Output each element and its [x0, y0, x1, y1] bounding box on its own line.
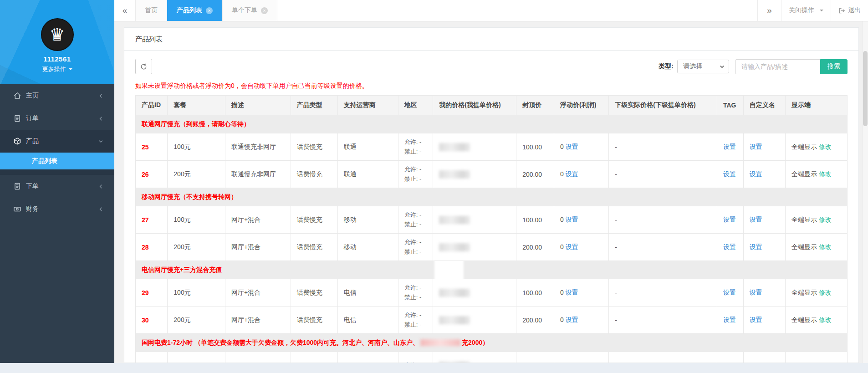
file-icon: [14, 183, 21, 190]
tab-product-list[interactable]: 产品列表 ×: [167, 0, 222, 21]
plan-cell: [168, 352, 225, 363]
tag-set-link[interactable]: 设置: [723, 316, 736, 323]
logout-icon: [838, 7, 845, 14]
search-button[interactable]: 搜索: [820, 59, 848, 74]
column-header: 产品类型: [291, 96, 337, 115]
product-id-cell: 26: [136, 161, 168, 188]
caret-down-icon: [69, 68, 72, 72]
tag-set-link[interactable]: 设置: [723, 243, 736, 250]
close-operations-dropdown[interactable]: 关闭操作: [781, 0, 831, 21]
sidebar-menu: 主页 订单 产品 产品列表 下单: [0, 84, 114, 220]
display-side-cell: 全端显示修改: [785, 161, 847, 188]
logout-label: 退出: [848, 6, 861, 15]
group-row: 移动网厅慢充（不支持携号转网）: [136, 188, 848, 206]
display-edit-link[interactable]: 修改: [819, 170, 832, 178]
float-price-cell: 0 设置: [554, 234, 608, 261]
scrollbar-thumb[interactable]: [863, 51, 868, 126]
column-header: 自定义名: [743, 96, 785, 115]
float-set-link[interactable]: 设置: [566, 216, 578, 223]
close-tab-icon[interactable]: ×: [206, 7, 213, 14]
search-input[interactable]: [735, 59, 820, 74]
region-deny: 禁止: -: [404, 293, 427, 302]
redacted-price: [439, 243, 470, 251]
refresh-button[interactable]: [135, 59, 152, 74]
tag-cell: 设置: [717, 279, 743, 307]
product-id-cell: [136, 352, 168, 363]
carrier-cell: 移动: [337, 234, 398, 261]
tag-cell: 设置: [717, 161, 743, 188]
tab-single-order[interactable]: 单个下单 ×: [222, 0, 277, 21]
custom-name-set-link[interactable]: 设置: [750, 289, 762, 296]
chevron-left-icon: [98, 184, 103, 189]
float-set-link[interactable]: 设置: [566, 170, 578, 178]
tag-set-link[interactable]: 设置: [723, 143, 736, 150]
group-title-cell: 电信网厅慢充+三方混合充值: [136, 261, 848, 279]
float-price-cell: 0 设置: [554, 206, 608, 234]
product-id-cell: 25: [136, 133, 168, 161]
cap-price-cell: 100.00: [516, 206, 554, 234]
display-edit-link[interactable]: 修改: [819, 216, 832, 223]
tab-home[interactable]: 首页: [135, 0, 167, 21]
close-tab-icon[interactable]: ×: [261, 7, 268, 14]
tag-cell: 设置: [717, 206, 743, 234]
redacted-price: [439, 170, 470, 179]
tab-label: 单个下单: [232, 6, 257, 15]
display-edit-link[interactable]: 修改: [819, 243, 832, 250]
display-edit-link[interactable]: 修改: [819, 143, 832, 150]
custom-name-set-link[interactable]: 设置: [750, 316, 762, 323]
sidebar-item-product-list[interactable]: 产品列表: [0, 153, 114, 169]
scroll-tabs-right-button[interactable]: »: [757, 0, 781, 21]
custom-name-set-link[interactable]: 设置: [750, 143, 762, 150]
sidebar-item-label: 下单: [26, 182, 39, 190]
sidebar-item-home[interactable]: 主页: [0, 84, 114, 107]
user-id: 1112561: [0, 55, 114, 63]
display-edit-link[interactable]: 修改: [819, 289, 832, 296]
chevron-left-icon: [98, 93, 103, 98]
float-set-link[interactable]: 设置: [566, 289, 578, 296]
table-row: 29100元网厅+混合话费慢充电信允许: -禁止: -100.000 设置-设置…: [136, 279, 848, 307]
region-allow: 允许: -: [404, 165, 427, 174]
float-set-link[interactable]: 设置: [566, 316, 578, 323]
tag-cell: 设置: [717, 133, 743, 161]
plan-cell: 100元: [168, 279, 225, 307]
my-price-cell: [433, 161, 516, 188]
tag-set-link[interactable]: 设置: [723, 289, 736, 296]
float-set-link[interactable]: 设置: [566, 243, 578, 250]
custom-name-set-link[interactable]: 设置: [750, 170, 762, 178]
tag-set-link[interactable]: 设置: [723, 216, 736, 223]
group-row: 电信网厅慢充+三方混合充值: [136, 261, 848, 279]
type-select[interactable]: 请选择: [677, 60, 729, 73]
sidebar-item-products[interactable]: 产品: [0, 130, 114, 153]
custom-name-cell: 设置: [743, 133, 785, 161]
custom-name-cell: 设置: [743, 279, 785, 307]
redacted-price: [439, 143, 470, 151]
product-id-cell: 27: [136, 206, 168, 234]
cap-price-cell: 200.00: [516, 307, 554, 334]
display-side-value: 全端显示: [791, 216, 817, 223]
column-header: 封顶价: [516, 96, 554, 115]
tab-label: 首页: [145, 6, 158, 15]
sidebar-item-finance[interactable]: 财务: [0, 198, 114, 220]
my-price-cell: [433, 133, 516, 161]
product-id-cell: 29: [136, 279, 168, 307]
region-deny: 禁止: -: [404, 247, 427, 256]
description-cell: [225, 352, 291, 363]
plan-cell: 200元: [168, 161, 225, 188]
tag-set-link[interactable]: 设置: [723, 170, 736, 178]
group-title-cell: 移动网厅慢充（不支持携号转网）: [136, 188, 848, 206]
scroll-tabs-left-button[interactable]: «: [114, 0, 135, 21]
logout-button[interactable]: 退出: [831, 0, 868, 21]
display-edit-link[interactable]: 修改: [819, 316, 832, 323]
table-row: 25100元联通慢充非网厅话费慢充联通允许: -禁止: -100.000 设置-…: [136, 133, 848, 161]
table-row: 28200元网厅+混合话费慢充移动允许: -禁止: -200.000 设置-设置…: [136, 234, 848, 261]
custom-name-set-link[interactable]: 设置: [750, 243, 762, 250]
float-set-link[interactable]: 设置: [566, 143, 578, 150]
vertical-scrollbar[interactable]: [862, 21, 868, 363]
brand-logo: ♛: [41, 18, 74, 51]
more-actions-dropdown[interactable]: 更多操作: [42, 65, 72, 73]
sidebar-item-place-order[interactable]: 下单: [0, 175, 114, 198]
region-allow: 允许:: [404, 361, 427, 363]
sidebar-item-orders[interactable]: 订单: [0, 107, 114, 130]
region-cell: 允许:: [398, 352, 433, 363]
custom-name-set-link[interactable]: 设置: [750, 216, 762, 223]
